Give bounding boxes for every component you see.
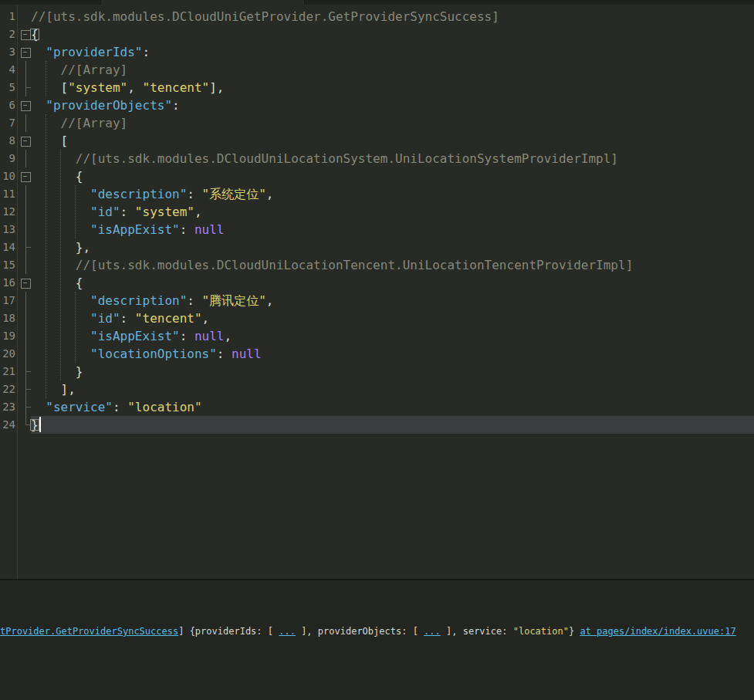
fold-guide bbox=[17, 398, 31, 416]
code-line: 7 //[Array] bbox=[0, 114, 754, 132]
code-text[interactable]: "providerObjects": bbox=[31, 96, 754, 114]
token: : bbox=[180, 222, 194, 237]
fold-guide bbox=[17, 185, 31, 203]
fold-toggle-icon[interactable] bbox=[17, 43, 31, 61]
code-text[interactable]: "service": "location" bbox=[31, 398, 754, 416]
token bbox=[31, 151, 76, 166]
code-text[interactable]: //[uts.sdk.modules.DCloudUniLocationTenc… bbox=[31, 256, 754, 274]
token: { bbox=[31, 276, 83, 290]
console-panel: tProvider.GetProviderSyncSuccess] {provi… bbox=[0, 580, 754, 700]
token: "tencent" bbox=[135, 311, 202, 326]
code-text[interactable]: "description": "腾讯定位", bbox=[31, 292, 754, 309]
code-text[interactable]: ], bbox=[31, 380, 754, 398]
console-link[interactable]: ... bbox=[279, 626, 296, 637]
code-text[interactable]: }, bbox=[31, 238, 754, 256]
token: [ bbox=[31, 80, 68, 95]
token bbox=[31, 258, 76, 272]
fold-toggle-icon[interactable] bbox=[17, 25, 31, 43]
code-line: 24} bbox=[0, 416, 754, 434]
console-link[interactable]: ... bbox=[424, 626, 441, 637]
fold-guide bbox=[17, 363, 31, 380]
code-text[interactable]: } bbox=[31, 363, 754, 380]
code-text[interactable]: //[uts.sdk.modules.DCloudUniGetProvider.… bbox=[31, 8, 754, 25]
code-text[interactable]: //[Array] bbox=[31, 114, 754, 132]
line-number: 21 bbox=[0, 363, 15, 380]
code-text[interactable]: ["system", "tencent"], bbox=[31, 79, 754, 96]
fold-guide bbox=[17, 79, 31, 96]
token: ], bbox=[31, 382, 76, 397]
token: , bbox=[266, 187, 274, 201]
token: "isAppExist" bbox=[90, 222, 180, 237]
token: : bbox=[187, 187, 201, 201]
code-line: 9 //[uts.sdk.modules.DCloudUniLocationSy… bbox=[0, 150, 754, 167]
token: //[Array] bbox=[61, 116, 128, 130]
fold-toggle-icon[interactable] bbox=[17, 96, 31, 114]
code-text[interactable]: { bbox=[31, 274, 754, 292]
code-line: 10 { bbox=[0, 167, 754, 185]
fold-guide bbox=[17, 380, 31, 398]
fold-toggle-icon[interactable] bbox=[17, 132, 31, 150]
code-text[interactable]: //[Array] bbox=[31, 61, 754, 79]
code-text[interactable]: "id": "system", bbox=[31, 203, 754, 221]
line-number: 12 bbox=[0, 203, 15, 221]
code-text[interactable]: "providerIds": bbox=[31, 43, 754, 61]
line-number: 17 bbox=[0, 292, 15, 309]
code-line: 4 //[Array] bbox=[0, 61, 754, 79]
fold-guide bbox=[17, 416, 31, 434]
line-number: 11 bbox=[0, 185, 15, 203]
token: "locationOptions" bbox=[90, 347, 217, 361]
code-text[interactable]: "description": "系统定位", bbox=[31, 185, 754, 203]
line-number: 16 bbox=[0, 274, 15, 292]
fold-guide bbox=[17, 61, 31, 79]
code-text[interactable]: { bbox=[31, 25, 754, 43]
token: : bbox=[187, 293, 201, 308]
code-line: 5 ["system", "tencent"], bbox=[0, 79, 754, 96]
token: null bbox=[232, 347, 262, 361]
code-text[interactable]: "locationOptions": null bbox=[31, 345, 754, 363]
token: "系统定位" bbox=[202, 187, 266, 201]
token: , bbox=[194, 205, 202, 219]
fold-toggle-icon[interactable] bbox=[17, 274, 31, 292]
token: , bbox=[224, 329, 232, 343]
token: null bbox=[194, 329, 225, 343]
code-line: 23 "service": "location" bbox=[0, 398, 754, 416]
code-line: 12 "id": "system", bbox=[0, 203, 754, 221]
code-line: 14 }, bbox=[0, 238, 754, 256]
code-text[interactable]: [ bbox=[31, 132, 754, 150]
fold-guide bbox=[17, 292, 31, 309]
console-text: "location" bbox=[513, 626, 569, 637]
indent-guide bbox=[46, 61, 46, 96]
console-link[interactable]: tProvider.GetProviderSyncSuccess bbox=[0, 626, 178, 637]
token: [ bbox=[31, 134, 68, 148]
code-text[interactable]: "id": "tencent", bbox=[31, 309, 754, 327]
line-number: 22 bbox=[0, 380, 15, 398]
fold-toggle-icon[interactable] bbox=[17, 167, 31, 185]
code-text[interactable]: "isAppExist": null, bbox=[31, 327, 754, 345]
fold-guide bbox=[17, 150, 31, 167]
line-number: 8 bbox=[0, 132, 15, 150]
code-editor[interactable]: 1//[uts.sdk.modules.DCloudUniGetProvider… bbox=[0, 5, 754, 579]
token: "system" bbox=[68, 80, 127, 95]
console-text: ], service: bbox=[441, 626, 513, 637]
code-text[interactable]: "isAppExist": null bbox=[31, 221, 754, 238]
token: ], bbox=[209, 80, 224, 95]
code-line: 19 "isAppExist": null, bbox=[0, 327, 754, 345]
indent-guide bbox=[60, 150, 61, 380]
console-link[interactable]: at pages/index/index.uvue:17 bbox=[580, 626, 735, 637]
code-text[interactable]: //[uts.sdk.modules.DCloudUniLocationSyst… bbox=[31, 150, 754, 167]
console-log-line: tProvider.GetProviderSyncSuccess] {provi… bbox=[0, 622, 736, 641]
token: "isAppExist" bbox=[90, 329, 180, 343]
token: "providerObjects" bbox=[46, 98, 172, 113]
token: : bbox=[120, 205, 135, 219]
code-line: 11 "description": "系统定位", bbox=[0, 185, 754, 203]
line-number: 18 bbox=[0, 309, 15, 327]
line-number: 20 bbox=[0, 345, 15, 363]
token: "system" bbox=[135, 205, 194, 219]
token: "location" bbox=[127, 400, 201, 414]
fold-guide bbox=[17, 345, 31, 363]
code-text[interactable]: } bbox=[31, 416, 754, 434]
code-text[interactable]: { bbox=[31, 167, 754, 185]
token: , bbox=[202, 311, 210, 326]
token: //[uts.sdk.modules.DCloudUniLocationSyst… bbox=[76, 151, 618, 166]
fold-guide bbox=[17, 309, 31, 327]
